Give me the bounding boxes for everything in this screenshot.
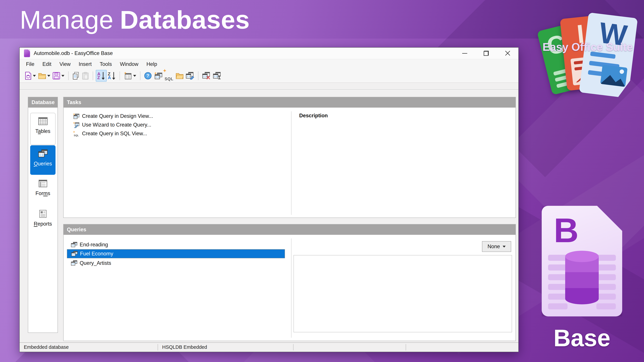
- delete-button[interactable]: [201, 70, 212, 81]
- delete-icon: [202, 72, 211, 80]
- menu-insert[interactable]: Insert: [75, 60, 96, 68]
- base-app-icon: B: [542, 206, 622, 317]
- sidebar-item-label: Reports: [30, 221, 56, 227]
- toolbar-separator: [198, 71, 198, 80]
- form-dropdown-caret: [133, 75, 136, 77]
- chevron-down-icon: [502, 246, 506, 248]
- sidebar-item-forms[interactable]: Forms: [30, 176, 56, 202]
- restore-button[interactable]: [476, 48, 497, 59]
- query-object-icon: [71, 251, 78, 257]
- toolbar: AZ ZA ?: [20, 69, 518, 83]
- restore-icon: [484, 51, 489, 56]
- base-letter: B: [554, 211, 578, 250]
- new-database-button[interactable]: [24, 70, 37, 81]
- down-arrow-icon: [113, 72, 114, 79]
- save-button[interactable]: [52, 70, 66, 81]
- status-separator: [406, 344, 406, 351]
- tasks-splitter[interactable]: [291, 111, 292, 215]
- task-create-query-design[interactable]: Create Query in Design View...: [73, 112, 153, 120]
- task-label: Create Query in SQL View...: [82, 131, 147, 137]
- preview-mode-dropdown[interactable]: None: [482, 241, 511, 252]
- help-button[interactable]: ?: [143, 70, 153, 81]
- new-query-design-icon: [154, 72, 162, 80]
- sort-descending-icon: ZA: [108, 72, 111, 79]
- task-use-wizard-query[interactable]: Use Wizard to Create Query...: [73, 121, 151, 129]
- tasks-header: Tasks: [64, 97, 516, 108]
- new-dropdown-caret: [33, 75, 36, 77]
- task-create-query-sql[interactable]: SQL Create Query in SQL View...: [73, 129, 147, 138]
- edit-button[interactable]: [185, 70, 196, 81]
- open-folder-icon: [38, 72, 46, 79]
- svg-text:SQL: SQL: [74, 134, 79, 137]
- query-item-label: End-reading: [80, 242, 108, 248]
- rename-icon: [213, 72, 221, 80]
- status-bar: Embedded database HSQLDB Embedded: [20, 343, 518, 352]
- query-sql-task-icon: SQL: [73, 131, 80, 137]
- new-query-design-button[interactable]: [153, 70, 164, 81]
- paste-button[interactable]: [81, 70, 90, 81]
- page-title: Manage Databases: [20, 1, 250, 38]
- title-bar[interactable]: Automobile.odb - EasyOffice Base: [20, 48, 518, 59]
- sort-ascending-icon: AZ: [97, 72, 100, 79]
- tasks-panel: Tasks Create Query in Design View...: [63, 97, 516, 218]
- database-sidebar: Database Tables Queries: [28, 97, 58, 333]
- menu-tools[interactable]: Tools: [96, 60, 116, 68]
- writer-photo: [600, 65, 628, 87]
- save-dropdown-caret: [62, 75, 64, 77]
- open-button[interactable]: [37, 70, 52, 81]
- writer-card-icon: W: [579, 12, 638, 98]
- menu-edit[interactable]: Edit: [38, 60, 55, 68]
- base-app-label: Base: [542, 324, 622, 352]
- sidebar-item-queries[interactable]: Queries: [30, 145, 56, 175]
- base-pills-left: [548, 255, 568, 313]
- suite-name: Easy Office Suite: [542, 40, 633, 53]
- sparkle-icon: [163, 69, 166, 72]
- copy-button[interactable]: [71, 70, 81, 81]
- reports-icon: [30, 210, 56, 219]
- query-item-fuel-economy[interactable]: Fuel Economy: [67, 249, 285, 258]
- menu-file[interactable]: File: [22, 60, 38, 68]
- edit-icon: [186, 72, 194, 80]
- new-form-icon: [124, 72, 132, 80]
- page-title-light: Manage: [20, 5, 114, 34]
- open-database-folder-icon: [176, 72, 184, 79]
- minimize-icon: [462, 53, 467, 54]
- query-item-query-artists[interactable]: Query_Artists: [67, 259, 111, 267]
- sidebar-item-tables[interactable]: Tables: [30, 113, 56, 145]
- suite-logo: C I W: [537, 10, 637, 97]
- close-button[interactable]: [497, 48, 518, 59]
- queries-splitter[interactable]: [291, 239, 292, 338]
- down-arrow-icon: [103, 72, 104, 79]
- open-database-object-button[interactable]: [174, 70, 185, 81]
- sidebar-item-label: Tables: [30, 128, 55, 134]
- toolbar-divider: [20, 89, 518, 90]
- status-separator: [158, 344, 158, 351]
- open-dropdown-caret: [47, 75, 50, 77]
- rename-button[interactable]: [212, 70, 222, 81]
- queries-icon: [30, 149, 56, 159]
- status-engine: HSQLDB Embedded: [162, 345, 207, 350]
- menu-help[interactable]: Help: [142, 60, 161, 68]
- save-icon: [53, 72, 60, 79]
- window-controls: [454, 48, 518, 59]
- minimize-button[interactable]: [454, 48, 476, 59]
- database-cylinder-icon: [565, 251, 599, 304]
- sort-ascending-button[interactable]: AZ: [96, 70, 107, 82]
- forms-icon: [30, 180, 56, 189]
- sidebar-item-reports[interactable]: Reports: [30, 206, 56, 233]
- query-item-label: Query_Artists: [80, 260, 111, 266]
- new-form-button[interactable]: [122, 70, 137, 81]
- menu-bar: File Edit View Insert Tools Window Help: [20, 59, 518, 69]
- query-item-end-reading[interactable]: End-reading: [67, 241, 108, 249]
- odb-document-icon: [24, 49, 30, 57]
- menu-view[interactable]: View: [55, 60, 75, 68]
- paste-icon: [82, 72, 89, 80]
- tables-icon: [30, 117, 55, 126]
- menu-window[interactable]: Window: [116, 60, 142, 68]
- new-query-sql-button[interactable]: SQL: [164, 70, 174, 81]
- base-fold: [597, 206, 622, 231]
- query-object-icon: [71, 242, 77, 248]
- sort-descending-button[interactable]: ZA: [107, 70, 117, 81]
- help-glyph: ?: [143, 70, 153, 81]
- base-pills-right: [596, 255, 616, 313]
